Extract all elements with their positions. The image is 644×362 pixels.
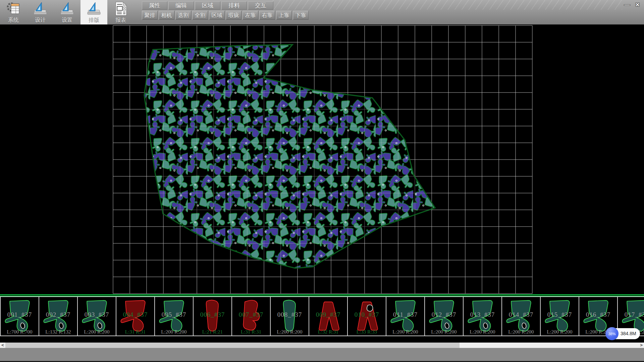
nav-label: 报表 (115, 17, 126, 24)
nesting-canvas[interactable] (0, 24, 644, 294)
nav-label: 设计 (35, 17, 46, 24)
scrollbar-thumb[interactable] (5, 343, 460, 348)
part-id-label: 015_#37 (541, 311, 579, 318)
menu-button-2[interactable]: 编辑 (168, 1, 194, 10)
part-id-label: 007_#37 (232, 311, 270, 318)
part-lr-count: L:200 R:200 (78, 329, 116, 335)
memory-progress-badge[interactable]: 38% 384.8M (606, 328, 640, 339)
part-lr-count: L:33 R:33 (348, 329, 386, 335)
part-id-label: 009_#37 (309, 311, 347, 318)
part-lr-count: L:200 R:200 (386, 329, 424, 335)
tool-button-3[interactable]: 选割 (175, 11, 191, 20)
thumbnail-scrollbar[interactable]: < > (0, 343, 644, 348)
menu-button-1[interactable]: 属性 (142, 1, 167, 10)
nav-label: 系统 (8, 17, 19, 24)
nav-button-2[interactable]: 设计 (27, 0, 54, 24)
close-button[interactable]: ✕ (633, 1, 642, 9)
tool-button-10[interactable]: 下靠 (293, 11, 309, 20)
tool-button-4[interactable]: 全割 (192, 11, 208, 20)
status-bar (0, 348, 644, 362)
part-lr-count: L:200 R:200 (155, 329, 193, 335)
part-lr-count: L:32 R:31 (309, 329, 347, 335)
part-thumbnail-8[interactable]: 008_#37L:200 R:200 (270, 296, 309, 336)
tool-button-7[interactable]: 左靠 (243, 11, 258, 20)
toolbar: 系统设计设置排版报表 属性编辑区域排料交互 聚排相机选割全割区域瑕疵左靠右靠上靠… (0, 0, 644, 24)
system-gear-icon (6, 1, 21, 16)
part-lr-count: L:200 R:200 (271, 329, 309, 335)
tool-button-6[interactable]: 瑕疵 (226, 11, 241, 20)
part-lr-count: L:132 R:132 (39, 329, 77, 335)
tool-button-9[interactable]: 上靠 (276, 11, 292, 20)
application-window: 系统设计设置排版报表 属性编辑区域排料交互 聚排相机选割全割区域瑕疵左靠右靠上靠… (0, 0, 644, 362)
part-thumbnail-12[interactable]: 012_#37L:200 R:200 (424, 296, 464, 336)
titlebar (268, 0, 622, 10)
canvas-svg (0, 24, 644, 294)
part-id-label: 011_#37 (386, 311, 424, 318)
part-thumbnail-10[interactable]: 010_#37L:33 R:33 (347, 296, 386, 336)
tool-button-1[interactable]: 聚排 (142, 11, 158, 20)
part-thumbnail-13[interactable]: 013_#37L:200 R:200 (463, 296, 502, 336)
minimize-button[interactable]: — (623, 1, 632, 9)
nav-label: 设置 (62, 17, 72, 24)
nav-button-5[interactable]: 报表 (107, 0, 134, 24)
part-id-label: 014_#37 (502, 311, 540, 318)
part-lr-count: L:21 R:21 (194, 329, 231, 335)
nav-button-3[interactable]: 设置 (54, 0, 80, 24)
part-thumbnail-9[interactable]: 009_#37L:32 R:31 (309, 296, 348, 336)
nav-button-1[interactable]: 系统 (0, 0, 27, 24)
scroll-left-icon[interactable]: < (0, 343, 5, 348)
part-id-label: 013_#37 (464, 311, 501, 318)
part-id-label: 012_#37 (425, 311, 463, 318)
part-lr-count: L:31 R:31 (232, 329, 270, 335)
part-thumbnail-7[interactable]: 007_#37L:31 R:31 (231, 296, 271, 336)
tool-button-5[interactable]: 区域 (209, 11, 225, 20)
part-id-label: 006_#37 (194, 311, 231, 318)
part-id-label: 017_#37 (618, 311, 644, 318)
tool-button-2[interactable]: 相机 (159, 11, 174, 20)
menu-button-4[interactable]: 排料 (221, 1, 247, 10)
part-lr-count: L:200 R:200 (464, 329, 501, 335)
part-id-label: 003_#37 (78, 311, 116, 318)
nesting-ruler-icon (86, 1, 102, 16)
part-thumbnail-11[interactable]: 011_#37L:200 R:200 (386, 296, 425, 336)
part-thumbnail-5[interactable]: 005_#37L:200 R:200 (154, 296, 194, 336)
report-doc-icon (113, 1, 128, 16)
nav-label: 排版 (89, 17, 99, 24)
part-id-label: 005_#37 (155, 311, 193, 318)
part-thumbnail-2[interactable]: 002_#37L:132 R:132 (39, 296, 78, 336)
settings-ruler-icon (59, 1, 75, 16)
part-lr-count: L:700 R:700 (1, 329, 39, 335)
parts-thumbnail-strip: 001_#37L:700 R:700002_#37L:132 R:132003_… (0, 296, 644, 343)
part-lr-count: L:31 R:31 (116, 329, 154, 335)
scroll-right-icon[interactable]: > (639, 343, 644, 348)
part-id-label: 010_#37 (348, 311, 386, 318)
part-id-label: 001_#37 (1, 311, 39, 318)
memory-value: 384.8M (621, 328, 636, 339)
part-thumbnail-6[interactable]: 006_#37L:21 R:21 (193, 296, 232, 336)
design-ruler-icon (33, 1, 48, 16)
progress-percent: 38% (605, 327, 619, 340)
part-id-label: 016_#37 (579, 311, 617, 318)
part-thumbnail-3[interactable]: 003_#37L:200 R:200 (77, 296, 116, 336)
part-thumbnail-4[interactable]: 004_#37L:31 R:31 (116, 296, 155, 336)
nav-button-4[interactable]: 排版 (80, 0, 107, 24)
part-id-label: 004_#37 (116, 311, 154, 318)
part-id-label: 002_#37 (39, 311, 77, 318)
part-id-label: 008_#37 (271, 311, 309, 318)
part-thumbnail-1[interactable]: 001_#37L:700 R:700 (0, 296, 39, 336)
part-lr-count: L:200 R:200 (425, 329, 463, 335)
part-lr-count: L:200 R:200 (541, 329, 579, 335)
part-lr-count: L:200 R:200 (502, 329, 540, 335)
menu-button-3[interactable]: 区域 (195, 1, 220, 10)
part-thumbnail-15[interactable]: 015_#37L:200 R:200 (540, 296, 579, 336)
tool-button-8[interactable]: 右靠 (259, 11, 275, 20)
menu-button-5[interactable]: 交互 (248, 1, 273, 10)
leather-hide-nest[interactable] (144, 45, 435, 268)
part-thumbnail-14[interactable]: 014_#37L:200 R:200 (501, 296, 541, 336)
